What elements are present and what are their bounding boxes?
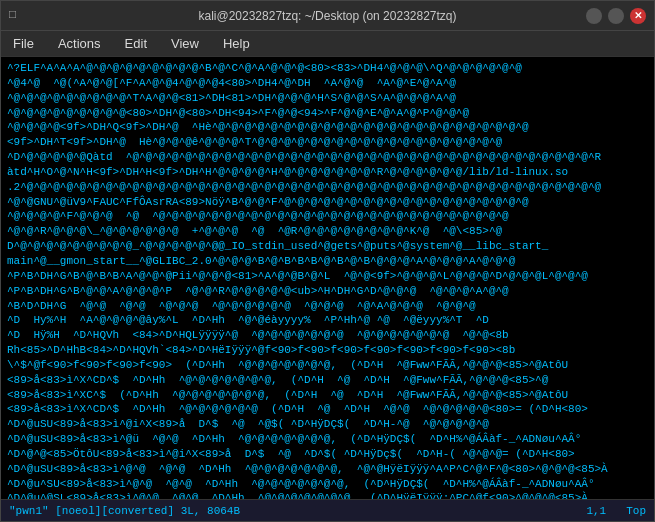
terminal-window: □ kali@20232827tzq: ~/Desktop (on 202328… bbox=[0, 0, 655, 522]
minimize-button[interactable] bbox=[586, 8, 602, 24]
close-button[interactable]: ✕ bbox=[630, 8, 646, 24]
terminal-line: àtd^H^O^@^N^H<9f>^DH^H<9f>^DH^H^@^@^@^@^… bbox=[7, 165, 648, 180]
terminal-line: ^@^@^R^@^@^@\_^@^@^@^@^@^@ +^@^@^@ ^@ ^@… bbox=[7, 224, 648, 239]
terminal-line: ^@^@^@^@^@^@^@^@^@<80>^DH^@<80>^DH<94>^F… bbox=[7, 106, 648, 121]
titlebar-controls: ✕ bbox=[586, 8, 646, 24]
terminal-body[interactable]: ^?ELF^A^A^A^@^@^@^@^@^@^@^@^@^B^@^C^@^A^… bbox=[1, 57, 654, 499]
terminal-line: <89>å<83>ì^X^CD^$ ^D^Hh ^@^@^@^@^@^@^@, … bbox=[7, 373, 648, 388]
titlebar-left: □ bbox=[9, 8, 25, 24]
terminal-line: <89>å<83>ì^XC^$ (^D^Hh ^@^@^@^@^@^@^@, (… bbox=[7, 388, 648, 403]
statusbar-right: 1,1 Top bbox=[586, 505, 646, 517]
terminal-line: \^$^@f<90>f<90>f<90>f<90> (^D^Hh ^@^@^@^… bbox=[7, 358, 648, 373]
terminal-line: ^@4^@ ^@(^A^@^@[^F^A^@^@4^@^@^@4<80>^DH4… bbox=[7, 76, 648, 91]
terminal-line: ^P^B^DH^G^B^@^@^A^@^@^@^P ^@^@^R^@^@^@^@… bbox=[7, 284, 648, 299]
terminal-line: ^D^@^@^@^@^@Qàtd ^@^@^@^@^@^@^@^@^@^@^@^… bbox=[7, 150, 648, 165]
menu-actions[interactable]: Actions bbox=[54, 34, 105, 53]
titlebar-title: kali@20232827tzq: ~/Desktop (on 20232827… bbox=[198, 9, 456, 23]
terminal-line: ^D^@u^SU<89>å<83>ì^@^@ ^@^@ ^D^Hh ^@^@^@… bbox=[7, 477, 648, 492]
terminal-line: Rh<85>^D^HhB<84>^D^HQVh`<84>^D^HëIÿÿÿ^@f… bbox=[7, 343, 648, 358]
menu-help[interactable]: Help bbox=[219, 34, 254, 53]
terminal-line: ^D^@^@<85>ÖtôU<89>å<83>ì^@i^X<89>å D^$ ^… bbox=[7, 447, 648, 462]
maximize-button[interactable] bbox=[608, 8, 624, 24]
terminal-line: <89>å<83>ì^X^CD^$ ^D^Hh ^@^@^@^@^@^@ (^D… bbox=[7, 402, 648, 417]
menu-view[interactable]: View bbox=[167, 34, 203, 53]
terminal-line: ^D^@uSU<89>å<83>ì^@ü ^@^@ ^D^Hh ^@^@^@^@… bbox=[7, 432, 648, 447]
terminal-line: main^@__gmon_start__^@GLIBC_2.0^@^@^@^B^… bbox=[7, 254, 648, 269]
statusbar-file-info: "pwn1" [noeol][converted] 3L, 8064B bbox=[9, 505, 240, 517]
menu-edit[interactable]: Edit bbox=[121, 34, 151, 53]
terminal-line: ^D Hy%^H ^A^@^@^@^@ây%^L ^D^Hh ^@^@éàyyy… bbox=[7, 313, 648, 328]
terminal-line: ^D Hÿ%H ^D^HQVh <84>^D^HQLÿÿÿÿ^@ ^@^@^@^… bbox=[7, 328, 648, 343]
statusbar-position: 1,1 bbox=[586, 505, 606, 517]
terminal-line: ^P^B^DH^G^B^@^B^B^A^@^@^@Pii^@^@^@<81>^A… bbox=[7, 269, 648, 284]
terminal-line: ^@^@^@^@^F^@^@^@ ^@ ^@^@^@^@^@^@^@^@^@^@… bbox=[7, 209, 648, 224]
terminal-line: ^D^@uSU<89>å<83>ì^@^@ ^@^@ ^D^Hh ^@^@^@^… bbox=[7, 462, 648, 477]
terminal-line: ^D^@uSU<89>å<83>ì^@i^X<89>å D^$ ^@ ^@$( … bbox=[7, 417, 648, 432]
statusbar-view: Top bbox=[626, 505, 646, 517]
window-icon: □ bbox=[9, 8, 25, 24]
terminal-line: .2^@^@^@^@^@^@^@^@^@^@^@^@^@^@^@^@^@^@^@… bbox=[7, 180, 648, 195]
terminal-line: ^?ELF^A^A^A^@^@^@^@^@^@^@^@^@^B^@^C^@^A^… bbox=[7, 61, 648, 76]
terminal-line: D^@^@^@^@^@^@^@^@^@_^@^@^@^@^@^@@_IO_std… bbox=[7, 239, 648, 254]
terminal-line: ^D^@u^@SL<89>å<83>ì^@^@ ^@^@ ^D^Hh ^@^@^… bbox=[7, 491, 648, 499]
menu-file[interactable]: File bbox=[9, 34, 38, 53]
statusbar: "pwn1" [noeol][converted] 3L, 8064B 1,1 … bbox=[1, 499, 654, 521]
terminal-line: ^@^@^@^@<9f>^DH^Q<9f>^DH^@ ^Hè^@^@^@^@^@… bbox=[7, 120, 648, 135]
terminal-line: <9f>^DH^T<9f>^DH^@ Hè^@^@^@ê^@^@^@^T^@^@… bbox=[7, 135, 648, 150]
terminal-line: ^B^D^DH^G ^@^@ ^@^@ ^@^@^@ ^@^@^@^@^@^@ … bbox=[7, 299, 648, 314]
terminal-line: ^@^@^@^@^@^@^@^@^@^T^A^@^@<81>^DH<81>^DH… bbox=[7, 91, 648, 106]
terminal-line: ^@^@GNU^@üV9^FAUC^FfÔAsrRA<89>Nöÿ^B^@^@^… bbox=[7, 195, 648, 210]
menubar: File Actions Edit View Help bbox=[1, 31, 654, 57]
titlebar: □ kali@20232827tzq: ~/Desktop (on 202328… bbox=[1, 1, 654, 31]
